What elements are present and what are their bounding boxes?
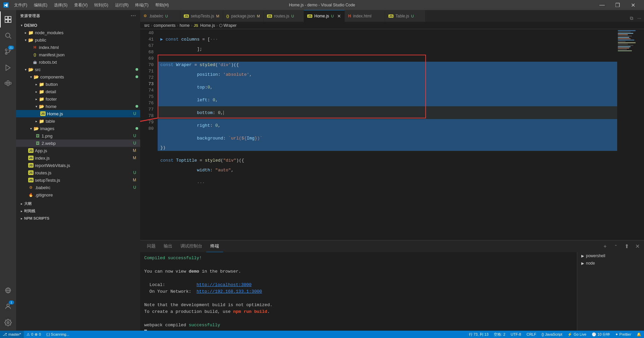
tab-package-json[interactable]: {} package.json M (223, 10, 264, 22)
terminal-line-network: On Your Network: http://192.168.133.1:30… (144, 288, 573, 295)
panel-tab-debug-console[interactable]: 调试控制台 (176, 240, 206, 252)
menu-terminal[interactable]: 终端(T) (132, 2, 151, 9)
tree-item-manifest-json[interactable]: {} manifest.json (16, 51, 140, 58)
tree-item-src[interactable]: ▾ 📂 src (16, 66, 140, 73)
breadcrumb-home-js[interactable]: Home.js (200, 23, 215, 28)
tree-item-button[interactable]: ▸ 📁 button (16, 80, 140, 88)
tab-routes-js[interactable]: JS routes.js U (264, 10, 304, 22)
panel-tab-terminal[interactable]: 终端 (206, 240, 223, 252)
terminal-split-button[interactable]: ⌃ (612, 242, 620, 250)
tree-item-footer[interactable]: ▸ 📁 footer (16, 95, 140, 103)
tree-item-outline[interactable]: ▸ 大纲 (16, 200, 140, 207)
code-line-80: ··· (158, 176, 617, 189)
tab-index-html[interactable]: H index.html (345, 10, 385, 22)
panel-maximize-button[interactable]: ⬆ (623, 242, 631, 250)
tree-item-timeline[interactable]: ▸ 时间线 (16, 207, 140, 215)
tree-item-routes-js[interactable]: JS routes.js U (16, 169, 140, 176)
tree-item-2-webp[interactable]: 🖼 2.webp U (16, 139, 140, 147)
tree-item-demo[interactable]: ▾ DEMO (16, 21, 140, 29)
sidebar: 资源管理器 ··· ▾ DEMO ▸ 📁 node_modules ▾ 📂 pu… (16, 10, 140, 331)
panel-close-button[interactable]: ✕ (633, 242, 641, 250)
home-js-close-button[interactable]: ✕ (337, 13, 341, 19)
terminal-line-blank-2 (144, 275, 573, 282)
titlebar-menu[interactable]: 文件(F) 编辑(E) 选择(S) 查看(V) 转到(G) 运行(R) 终端(T… (11, 2, 171, 9)
network-url[interactable]: http://192.168.133.1:3000 (197, 289, 262, 294)
activity-search[interactable] (0, 27, 16, 44)
breadcrumb-home[interactable]: home (179, 23, 190, 28)
tree-item-babelrc[interactable]: ⚙ .babelrc U (16, 184, 140, 191)
status-spaces[interactable]: 空格: 2 (491, 331, 508, 338)
code-content[interactable]: ▶ const columns = [··· ]; const Wraper =… (158, 29, 617, 240)
breadcrumb-components[interactable]: components (154, 23, 175, 28)
tree-item-home-js[interactable]: JS Home.js U (16, 110, 140, 117)
minimize-button[interactable]: — (594, 0, 610, 10)
tree-item-setup-tests[interactable]: JS setupTests.js M (16, 176, 140, 184)
tree-item-1-png[interactable]: 🖼 1.png U (16, 132, 140, 139)
tab-table-js[interactable]: JS Table.js U (385, 10, 425, 22)
activity-explorer[interactable] (0, 11, 16, 27)
local-url[interactable]: http://localhost:3000 (197, 282, 252, 287)
status-branch[interactable]: ⎇ master* (0, 331, 24, 338)
tree-item-components[interactable]: ▾ 📂 components (16, 73, 140, 80)
tab-babelrc[interactable]: ⚙ .babelrc U (140, 10, 180, 22)
tree-item-robots-txt[interactable]: 🤖 robots.txt (16, 58, 140, 66)
menu-run[interactable]: 运行(R) (112, 2, 131, 9)
status-eol[interactable]: CRLF (524, 331, 539, 338)
status-prettier[interactable]: ✦ Prettier (612, 331, 634, 338)
maximize-button[interactable]: ❐ (610, 0, 625, 10)
activity-run[interactable] (0, 60, 16, 76)
tree-label-images: images (40, 126, 140, 131)
activity-remote[interactable] (0, 282, 16, 298)
tab-home-js[interactable]: JS Home.js U ✕ (304, 10, 345, 22)
activity-account[interactable]: 1 (0, 298, 16, 315)
breadcrumb-sep-1: › (151, 23, 152, 28)
status-language[interactable]: {} JavaScript (539, 331, 565, 338)
status-notifications[interactable]: 🔔 (634, 331, 644, 338)
status-timer[interactable]: 🕐 10 分钟 (589, 331, 612, 338)
breadcrumb-wraper[interactable]: ⬡ Wraper (219, 23, 236, 28)
tree-item-public[interactable]: ▾ 📂 public (16, 36, 140, 44)
activity-settings[interactable] (0, 315, 16, 331)
tree-item-home[interactable]: ▾ 📂 home (16, 103, 140, 110)
tree-item-index-js[interactable]: JS index.js M (16, 154, 140, 162)
tree-item-report-web-vitals[interactable]: JS reportWebVitals.js (16, 162, 140, 169)
new-terminal-button[interactable]: + (601, 242, 609, 250)
panel-tab-output[interactable]: 输出 (160, 240, 176, 252)
tab-setup-tests[interactable]: JS setupTests.js M (180, 10, 223, 22)
menu-goto[interactable]: 转到(G) (92, 2, 111, 9)
status-errors[interactable]: ⚠ 0 ⊗ 0 (24, 331, 44, 338)
tree-item-node-modules[interactable]: ▸ 📁 node_modules (16, 29, 140, 36)
split-editor-button[interactable]: ⧉ (629, 15, 635, 22)
activity-source-control[interactable]: 21 (0, 44, 16, 60)
activity-extensions[interactable] (0, 76, 16, 92)
menu-file[interactable]: 文件(F) (11, 2, 30, 9)
close-button[interactable]: ✕ (625, 0, 641, 10)
status-encoding[interactable]: UTF-8 (508, 331, 524, 338)
terminal-item-powershell[interactable]: ▶ powershell (577, 252, 644, 260)
window-controls[interactable]: — ❐ ✕ (594, 0, 641, 10)
chevron-right-icon: ▸ (23, 30, 28, 35)
status-scanning[interactable]: {.} Scanning... (44, 331, 72, 338)
breadcrumb-src[interactable]: src (144, 23, 150, 28)
terminal-item-node[interactable]: ▶ node (577, 260, 644, 267)
terminal-content[interactable]: Compiled successfully! You can now view … (140, 252, 577, 331)
menu-select[interactable]: 选择(S) (51, 2, 70, 9)
status-go-live[interactable]: ⚡ Go Live (565, 331, 589, 338)
code-editor[interactable]: 40 41 67 68 69 70 71 72 73 74 75 76 77 7… (140, 29, 644, 240)
menu-edit[interactable]: 编辑(E) (31, 2, 50, 9)
status-line-col[interactable]: 行 73, 列 13 (466, 331, 491, 338)
menu-help[interactable]: 帮助(H) (153, 2, 172, 9)
tree-item-images[interactable]: ▾ 📂 images (16, 125, 140, 132)
tree-item-detail[interactable]: ▸ 📁 detail (16, 88, 140, 95)
tree-item-npm-scripts[interactable]: ▸ NPM SCRIPTS (16, 215, 140, 222)
sidebar-more-button[interactable]: ··· (131, 13, 136, 19)
tree-item-app-js[interactable]: JS App.js M (16, 147, 140, 154)
more-tabs-button[interactable]: ··· (636, 15, 643, 22)
tree-item-gitignore[interactable]: 🔥 .gitignore (16, 191, 140, 199)
language-text: {} JavaScript (541, 332, 562, 336)
tree-item-index-html[interactable]: H index.html (16, 44, 140, 51)
account-badge: 1 (9, 300, 14, 304)
panel-tab-problems[interactable]: 问题 (143, 240, 160, 252)
tree-item-table[interactable]: ▸ 📁 table (16, 117, 140, 125)
menu-view[interactable]: 查看(V) (71, 2, 90, 9)
